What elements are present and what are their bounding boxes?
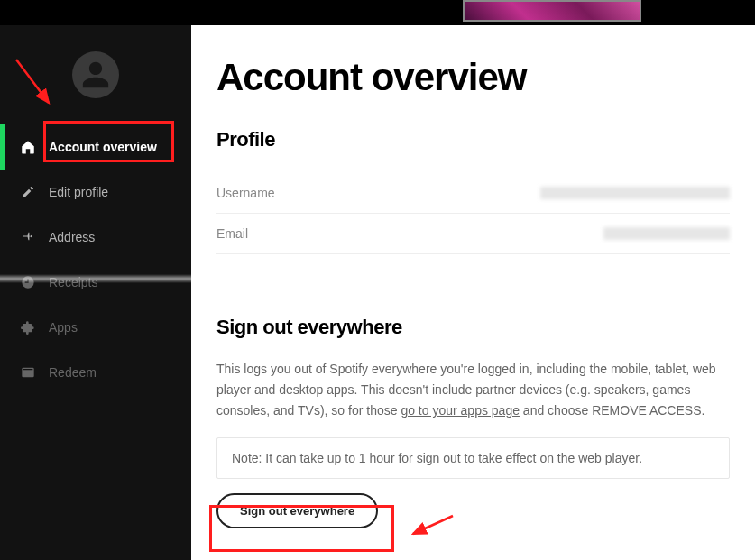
sidebar-item-apps[interactable]: Apps <box>0 305 191 350</box>
signout-description: This logs you out of Spotify everywhere … <box>216 359 730 421</box>
profile-section: Profile Username Email <box>216 128 730 254</box>
sidebar-item-label: Apps <box>49 320 78 335</box>
sidebar-item-label: Redeem <box>49 365 97 380</box>
nav-list: Account overview Edit profile Address Re… <box>0 124 191 395</box>
sidebar-item-label: Receipts <box>49 275 97 289</box>
profile-heading: Profile <box>216 128 730 151</box>
pencil-icon <box>20 184 36 200</box>
sidebar-item-address[interactable]: Address <box>0 215 191 260</box>
profile-row-username: Username <box>216 173 730 214</box>
pin-icon <box>20 229 36 245</box>
sidebar-item-label: Account overview <box>49 140 157 154</box>
sidebar-item-receipts[interactable]: Receipts <box>0 260 191 305</box>
avatar-area <box>0 25 191 124</box>
account-sidebar: Account overview Edit profile Address Re… <box>0 25 191 560</box>
signout-heading: Sign out everywhere <box>216 316 730 339</box>
sidebar-item-label: Edit profile <box>49 185 108 199</box>
profile-row-label: Email <box>216 226 248 241</box>
clock-icon <box>20 274 36 290</box>
puzzle-icon <box>20 319 36 335</box>
sidebar-item-account-overview[interactable]: Account overview <box>0 124 191 170</box>
profile-row-value-redacted <box>540 187 730 199</box>
profile-row-label: Username <box>216 186 275 200</box>
sidebar-item-label: Address <box>49 230 95 244</box>
sidebar-item-edit-profile[interactable]: Edit profile <box>0 170 191 215</box>
main-content: Account overview Profile Username Email … <box>191 25 755 560</box>
home-icon <box>20 139 36 155</box>
sidebar-item-redeem[interactable]: Redeem <box>0 350 191 395</box>
top-header-bar <box>0 0 755 25</box>
page-title: Account overview <box>216 56 730 99</box>
avatar-icon <box>72 51 119 98</box>
profile-row-value-redacted <box>603 227 730 240</box>
signout-note: Note: It can take up to 1 hour for sign … <box>216 437 730 479</box>
signout-everywhere-button[interactable]: Sign out everywhere <box>216 493 378 528</box>
apps-page-link[interactable]: go to your apps page <box>401 403 520 418</box>
card-icon <box>20 364 36 381</box>
signout-desc-suffix: and choose REMOVE ACCESS. <box>520 403 704 418</box>
section-gap <box>216 254 730 316</box>
header-artwork <box>463 0 641 22</box>
profile-row-email: Email <box>216 214 730 254</box>
signout-section: Sign out everywhere This logs you out of… <box>216 316 730 528</box>
